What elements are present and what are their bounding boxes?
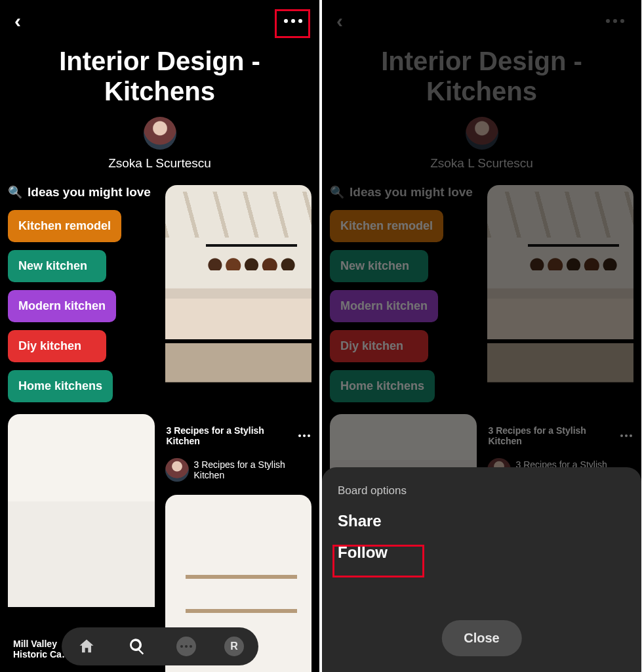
pin-author-avatar — [165, 458, 189, 482]
board-options-sheet: Board options Share Follow Close — [322, 467, 641, 672]
pin-more-icon[interactable] — [620, 434, 632, 437]
nav-messages-icon[interactable] — [176, 637, 196, 656]
idea-chip[interactable]: Home kitchens — [8, 370, 113, 402]
idea-chip[interactable]: Diy kitchen — [330, 330, 428, 362]
screen-content: ‹ Interior Design - Kitchens Zsoka L Scu… — [0, 0, 319, 672]
pin-more-icon[interactable] — [298, 434, 310, 437]
idea-chip[interactable]: Home kitchens — [330, 370, 435, 402]
author-name[interactable]: Zsoka L Scurtescu — [322, 156, 641, 171]
author-avatar[interactable] — [144, 117, 176, 150]
right-column: 3 Recipes for a Stylish Kitchen 3 Recipe… — [165, 185, 312, 672]
screen-board-options: ‹ Interior Design - Kitchens Zsoka L Scu… — [322, 0, 641, 672]
back-icon[interactable]: ‹ — [336, 11, 343, 31]
pin-image[interactable]: Mill Valley Historic Ca… — [8, 414, 155, 663]
board-title: Interior Design - Kitchens — [322, 34, 641, 106]
option-follow[interactable]: Follow — [338, 543, 626, 562]
pin-caption: 3 Recipes for a Stylish Kitchen — [489, 425, 621, 446]
author-name[interactable]: Zsoka L Scurtescu — [0, 156, 319, 171]
ideas-heading: 🔍 Ideas you might love — [330, 185, 477, 200]
ideas-heading: 🔍 Ideas you might love — [8, 185, 155, 200]
idea-chip[interactable]: New kitchen — [330, 250, 428, 282]
search-icon: 🔍 — [330, 185, 344, 200]
left-column: 🔍 Ideas you might love Kitchen remodelNe… — [8, 185, 155, 672]
idea-chip[interactable]: Modern kitchen — [330, 290, 438, 322]
back-icon[interactable]: ‹ — [14, 11, 21, 31]
idea-chip[interactable]: New kitchen — [8, 250, 106, 282]
close-button[interactable]: Close — [441, 620, 521, 656]
option-share[interactable]: Share — [338, 512, 626, 530]
bottom-nav: R — [62, 627, 258, 665]
nav-search-icon[interactable] — [126, 635, 148, 658]
board-body: 🔍 Ideas you might love Kitchen remodelNe… — [0, 185, 319, 672]
pin-image[interactable] — [487, 185, 634, 415]
idea-chips: Kitchen remodelNew kitchenModern kitchen… — [8, 210, 155, 402]
header: ‹ — [0, 0, 319, 34]
pin-caption: 3 Recipes for a Stylish Kitchen — [167, 425, 299, 446]
sheet-label: Board options — [338, 484, 626, 497]
more-icon[interactable] — [603, 15, 627, 27]
screen-content: ‹ Interior Design - Kitchens Zsoka L Scu… — [322, 0, 641, 545]
idea-chip[interactable]: Kitchen remodel — [330, 210, 443, 242]
board-title: Interior Design - Kitchens — [0, 34, 319, 106]
idea-chips: Kitchen remodelNew kitchenModern kitchen… — [330, 210, 477, 402]
screen-board: ‹ Interior Design - Kitchens Zsoka L Scu… — [0, 0, 319, 672]
header: ‹ — [322, 0, 641, 34]
ideas-heading-text: Ideas you might love — [350, 185, 473, 200]
search-icon: 🔍 — [8, 185, 22, 200]
pin-image[interactable] — [165, 185, 312, 415]
nav-home-icon[interactable] — [75, 635, 98, 658]
idea-chip[interactable]: Diy kitchen — [8, 330, 106, 362]
pin-desc: 3 Recipes for a Stylish Kitchen — [194, 459, 312, 480]
idea-chip[interactable]: Modern kitchen — [8, 290, 116, 322]
pin-caption-row: 3 Recipes for a Stylish Kitchen — [487, 425, 634, 446]
pin-caption-row: 3 Recipes for a Stylish Kitchen — [165, 425, 312, 446]
author-avatar[interactable] — [466, 117, 498, 150]
nav-profile[interactable]: R — [224, 637, 244, 656]
more-icon[interactable] — [281, 15, 305, 27]
ideas-heading-text: Ideas you might love — [28, 185, 151, 200]
idea-chip[interactable]: Kitchen remodel — [8, 210, 121, 242]
pin-attribution[interactable]: 3 Recipes for a Stylish Kitchen — [165, 458, 312, 482]
